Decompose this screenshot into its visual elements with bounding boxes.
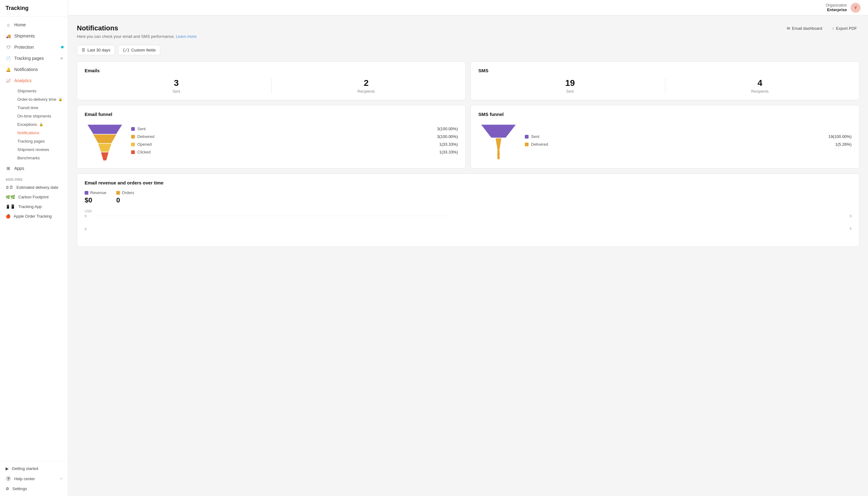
sub-nav-shipments[interactable]: Shipments: [14, 87, 68, 95]
sidebar-item-shipments-label: Shipments: [14, 33, 35, 38]
footer-getting-started[interactable]: ▶ Getting started: [0, 464, 68, 474]
sub-nav-transit-time[interactable]: Transit time: [14, 104, 68, 112]
addons-section-label: ADD-ONS: [0, 174, 68, 183]
bell-icon: [5, 67, 11, 72]
date-icon: 🗓: [5, 185, 13, 190]
svg-marker-4: [481, 125, 515, 138]
external-link-icon: ↗: [60, 477, 62, 481]
chart-y-label: USD: [84, 209, 852, 213]
sidebar-item-tracking-pages[interactable]: Tracking pages: [0, 53, 68, 64]
sub-nav-transit-time-label: Transit time: [17, 105, 38, 110]
sms-sent-label: Sent: [478, 89, 662, 94]
footer-getting-started-label: Getting started: [12, 466, 38, 471]
org-label: Organization: [826, 3, 847, 7]
sub-nav-tracking-pages[interactable]: Tracking pages: [14, 137, 68, 145]
svg-marker-3: [101, 152, 108, 160]
clicked-value: 1(33.33%): [439, 150, 458, 154]
emails-recipients-value: 2: [275, 78, 458, 88]
addon-apple[interactable]: 🍎 Apple Order Tracking: [0, 212, 68, 221]
help-icon: ?: [5, 476, 11, 481]
revenue-metric-revenue: Revenue $0: [84, 190, 106, 204]
addon-edd-label: Estimated delivery date: [16, 185, 58, 190]
sub-nav-notifications[interactable]: Notifications: [14, 129, 68, 137]
shield-icon: [5, 44, 11, 50]
code-icon: {/}: [123, 48, 129, 52]
lock-icon-exceptions: [39, 122, 43, 126]
emails-sent-label: Sent: [84, 89, 268, 94]
eye-icon: [60, 56, 64, 61]
emails-sent: 3 Sent: [84, 78, 268, 94]
sidebar-item-apps[interactable]: ⊞ Apps: [0, 163, 68, 174]
footer-settings-label: Settings: [12, 486, 27, 491]
sms-funnel-visual: [478, 122, 518, 162]
sidebar-item-protection[interactable]: Protection: [0, 42, 68, 53]
addon-edd[interactable]: 🗓 Estimated delivery date: [0, 183, 68, 192]
page-subtitle-text: Here you can check your email and SMS pe…: [77, 34, 175, 39]
calendar-icon: 🗓: [81, 48, 86, 52]
orders-legend: Orders: [116, 190, 134, 195]
email-dashboard-button[interactable]: ✉ Email dashboard: [784, 24, 825, 33]
sub-nav-shipments-label: Shipments: [17, 89, 36, 93]
sent-dot: [131, 127, 135, 131]
sidebar-item-analytics[interactable]: Analytics: [0, 75, 68, 86]
sidebar-item-notifications-label: Notifications: [14, 67, 38, 72]
svg-marker-0: [88, 125, 122, 134]
clicked-dot: [131, 150, 135, 154]
sidebar-item-notifications[interactable]: Notifications: [0, 64, 68, 75]
content: Notifications Here you can check your em…: [68, 16, 868, 496]
sidebar-item-shipments[interactable]: Shipments: [0, 30, 68, 42]
emails-stat-row: 3 Sent 2 Recipients: [84, 78, 458, 94]
settings-icon: ⚙: [5, 486, 9, 491]
sms-sent-label: Sent: [531, 134, 826, 139]
chart-left: 8 6: [84, 214, 453, 232]
sub-nav-shipment-reviews[interactable]: Shipment reviews: [14, 145, 68, 154]
sms-card-title: SMS: [478, 68, 852, 73]
sub-nav-order-delivery[interactable]: Order-to-delivery time: [14, 95, 68, 104]
date-range-filter[interactable]: 🗓 Last 30 days: [77, 45, 115, 55]
sms-delivered-label: Delivered: [531, 142, 833, 146]
export-pdf-button[interactable]: ↑ Export PDF: [830, 24, 859, 33]
sub-nav-exceptions[interactable]: Exceptions: [14, 120, 68, 129]
funnel-grid: Email funnel: [77, 105, 859, 169]
protection-badge-dot: [61, 46, 64, 48]
analytics-sub-nav: Shipments Order-to-delivery time Transit…: [0, 86, 68, 163]
email-funnel-legend: Sent 3(100.00%) Delivered 3(100.00%) Ope…: [131, 126, 458, 157]
footer-help-center[interactable]: ? Help center ↗: [0, 474, 68, 484]
sms-recipients: 4 Recipients: [668, 78, 852, 94]
sidebar-item-analytics-label: Analytics: [14, 78, 32, 83]
email-funnel-svg: [84, 122, 125, 162]
addon-tracking-app[interactable]: 📱 Tracking App: [0, 202, 68, 212]
sent-label: Sent: [137, 126, 435, 131]
chart-label-6-left: 6: [84, 227, 87, 231]
sub-nav-benchmarks[interactable]: Benchmarks: [14, 154, 68, 162]
sub-nav-on-time[interactable]: On-time shipments: [14, 112, 68, 120]
footer-settings[interactable]: ⚙ Settings: [0, 484, 68, 494]
apple-icon: 🍎: [5, 214, 11, 219]
addon-carbon[interactable]: 🌿 Carbon Footprint: [0, 192, 68, 202]
chart-area: USD 8 6 8 6: [84, 209, 852, 240]
export-icon: ↑: [832, 26, 834, 31]
addon-carbon-label: Carbon Footprint: [18, 195, 49, 199]
orders-value: 0: [116, 196, 134, 204]
sidebar-item-home[interactable]: Home: [0, 19, 68, 30]
emails-card: Emails 3 Sent 2 Recipients: [77, 61, 466, 100]
sub-nav-tracking-pages-label: Tracking pages: [17, 139, 45, 143]
opened-dot: [131, 143, 135, 146]
topbar: Organization Enterprise Y: [68, 0, 868, 16]
chart-row: 8 6 8 6: [84, 214, 852, 232]
grid-icon: ⊞: [5, 166, 11, 171]
lock-icon-order-delivery: [58, 97, 63, 102]
sms-sent-value: 19(100.00%): [828, 134, 852, 139]
orders-color-dot: [116, 191, 120, 195]
revenue-metrics: Revenue $0 Orders 0: [84, 190, 852, 204]
analytics-icon: [5, 78, 11, 83]
custom-fields-filter[interactable]: {/} Custom fields: [118, 45, 160, 55]
app-icon: 📱: [5, 204, 15, 209]
chart-label-8-left: 8: [84, 214, 87, 218]
sms-funnel-legend: Sent 19(100.00%) Delivered 1(5.26%): [525, 134, 852, 150]
learn-more-link[interactable]: Learn more: [176, 34, 196, 39]
email-funnel-card: Email funnel: [77, 105, 466, 169]
emails-stat-divider: [271, 78, 272, 94]
org-info: Organization Enterprise: [826, 3, 847, 12]
page-icon: [5, 56, 11, 61]
